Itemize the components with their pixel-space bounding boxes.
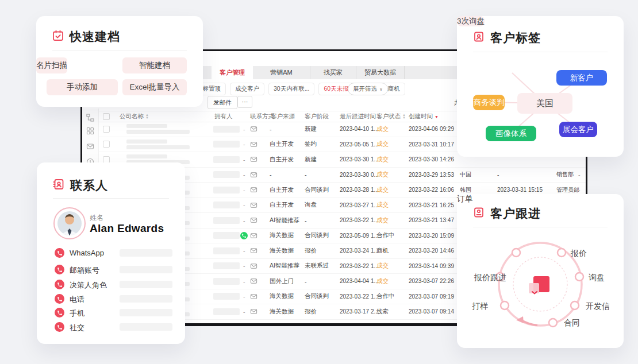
mail-icon[interactable] xyxy=(250,289,257,304)
column-header[interactable]: 公司名称 ▲▼ xyxy=(120,111,149,122)
contact-field-row: 决策人角色 xyxy=(37,279,185,291)
cell-phone: - xyxy=(243,259,245,274)
field-value-placeholder[interactable] xyxy=(120,281,172,288)
column-header[interactable]: 创建时间 ▲▼ xyxy=(409,111,439,122)
contact-field-row: WhatsApp xyxy=(37,247,185,259)
column-header[interactable]: 客户阶段 ▲▼ xyxy=(305,111,329,122)
row-checkbox[interactable] xyxy=(103,137,110,152)
quick-create-button[interactable]: 手动添加 xyxy=(47,79,118,95)
column-label: 拥有人 xyxy=(214,113,233,121)
owner-placeholder xyxy=(213,304,240,319)
mail-icon[interactable] xyxy=(86,142,94,150)
filter-chip[interactable]: 成交客户 xyxy=(230,83,264,95)
customer-tag[interactable]: 3次询盘 xyxy=(457,16,485,26)
mail-icon[interactable] xyxy=(250,152,257,167)
column-label: 公司名称 xyxy=(120,113,144,121)
quick-create-button[interactable]: 智能建档 xyxy=(122,57,187,73)
cell-source: 海关数据 xyxy=(270,304,294,319)
cell-contact-time: - xyxy=(497,168,499,183)
mail-icon[interactable] xyxy=(250,243,257,258)
customer-tag[interactable]: 画像体系 xyxy=(486,126,536,141)
field-value-placeholder[interactable] xyxy=(120,249,172,257)
cell-status: 成交 xyxy=(376,183,389,198)
mail-icon[interactable] xyxy=(250,259,257,274)
cell-stage: 签约 xyxy=(305,137,317,152)
cell-status: 成交 xyxy=(376,168,389,183)
cell-phone: - xyxy=(243,198,245,213)
mail-icon[interactable] xyxy=(250,229,257,243)
column-label: 客户状态 xyxy=(376,113,401,121)
contact-field-row: 社交 xyxy=(37,322,185,333)
cell-status: 成交 xyxy=(376,137,389,152)
mail-icon[interactable] xyxy=(250,304,257,319)
tab[interactable]: 营销AM xyxy=(253,66,310,79)
owner-placeholder xyxy=(213,259,240,274)
mail-icon[interactable] xyxy=(250,183,257,198)
whatsapp-icon[interactable] xyxy=(240,229,248,243)
company-name-placeholder xyxy=(126,137,190,152)
quick-create-button[interactable]: Excel批量导入 xyxy=(122,79,187,95)
field-value-placeholder[interactable] xyxy=(120,266,172,273)
contact-field-row: 电话 xyxy=(37,293,185,305)
cell-created-time: 2023-03-07 09:14 xyxy=(409,304,454,319)
cell-created-time: 2023-03-07 09:19 xyxy=(409,289,454,304)
cell-status: 成交 xyxy=(376,320,389,327)
select-all-checkbox[interactable] xyxy=(103,111,110,122)
field-label: 手机 xyxy=(70,308,84,319)
customer-tags-card: 客户标签 新客户 商务谈判 美国 画像体系 展会客户 3次询盘 xyxy=(457,16,624,157)
cell-source: 自主开发 xyxy=(270,152,294,167)
cell-status: 成交 xyxy=(376,274,389,289)
field-label: 邮箱账号 xyxy=(70,265,99,276)
tab[interactable]: 客户管理 xyxy=(212,66,253,79)
column-header[interactable]: 客户状态 ▲▼ xyxy=(376,111,406,122)
customer-tag[interactable]: 美国 xyxy=(517,93,572,114)
cell-created-time: 2023-03-29 13:53 xyxy=(409,168,454,183)
mail-icon[interactable] xyxy=(250,137,257,152)
customer-tag[interactable]: 新客户 xyxy=(556,70,607,86)
mail-icon[interactable] xyxy=(250,274,257,289)
row-checkbox[interactable] xyxy=(103,122,110,137)
divider xyxy=(52,51,187,51)
mail-icon[interactable] xyxy=(250,168,257,183)
mail-icon[interactable] xyxy=(250,198,257,213)
cell-last-follow-time: 2023-03-22 1... xyxy=(340,289,379,304)
cell-source: AI智能推荐 xyxy=(270,213,299,228)
cell-status: 商机 xyxy=(376,243,389,258)
owner-placeholder xyxy=(213,243,240,258)
owner-placeholder xyxy=(213,137,240,152)
org-tree-icon[interactable] xyxy=(86,114,94,122)
customer-tag[interactable]: 商务谈判 xyxy=(473,95,505,110)
field-value-placeholder[interactable] xyxy=(120,295,172,303)
column-label: 最后跟进时间 xyxy=(340,113,376,121)
grid-icon[interactable] xyxy=(86,127,94,135)
cell-created-time: 2023-03-20 15:09 xyxy=(409,229,454,243)
tab[interactable]: 贸易大数据 xyxy=(356,66,405,79)
cell-created-time: 2023-04-06 09:29 xyxy=(409,122,454,137)
mail-icon[interactable] xyxy=(250,122,257,137)
calendar-check-icon xyxy=(52,29,64,42)
tab[interactable]: 找买家 xyxy=(310,66,356,79)
owner-placeholder xyxy=(213,320,240,327)
column-header[interactable]: 最后跟进时间 ▲▼ xyxy=(340,111,381,122)
send-email-button[interactable]: 发邮件 xyxy=(207,96,237,109)
customer-tag[interactable]: 展会客户 xyxy=(559,122,597,137)
cell-source: 自主开发 xyxy=(270,137,294,152)
column-header[interactable]: 拥有人 ▲▼ xyxy=(214,111,233,122)
mail-icon[interactable] xyxy=(250,320,257,327)
avatar xyxy=(53,207,86,239)
column-header[interactable]: 客户来源 ▲▼ xyxy=(271,111,295,122)
cell-created-time: 2023-03-22 16:06 xyxy=(409,183,454,198)
mail-icon[interactable] xyxy=(250,213,257,228)
follow-steps: 报价 报价跟进 询盘 打样 开发信 合同 订单 xyxy=(457,194,624,348)
owner-placeholder xyxy=(213,122,240,137)
field-value-placeholder[interactable] xyxy=(120,323,172,331)
cell-status: 成交 xyxy=(376,259,389,274)
quick-create-button[interactable]: 名片扫描 xyxy=(36,57,67,73)
cell-created-time: 2023-03-31 10:17 xyxy=(409,137,454,152)
expand-filter-button[interactable]: 展开筛选 ∨ xyxy=(348,83,388,95)
cell-last-follow-time: 2023-03-30 1... xyxy=(340,152,379,167)
filter-chip[interactable]: 30天内有联... xyxy=(268,83,314,95)
more-actions-button[interactable]: ··· xyxy=(237,96,252,108)
field-value-placeholder[interactable] xyxy=(120,309,172,316)
cell-last-follow-time: 2023-05-05 1... xyxy=(340,137,379,152)
